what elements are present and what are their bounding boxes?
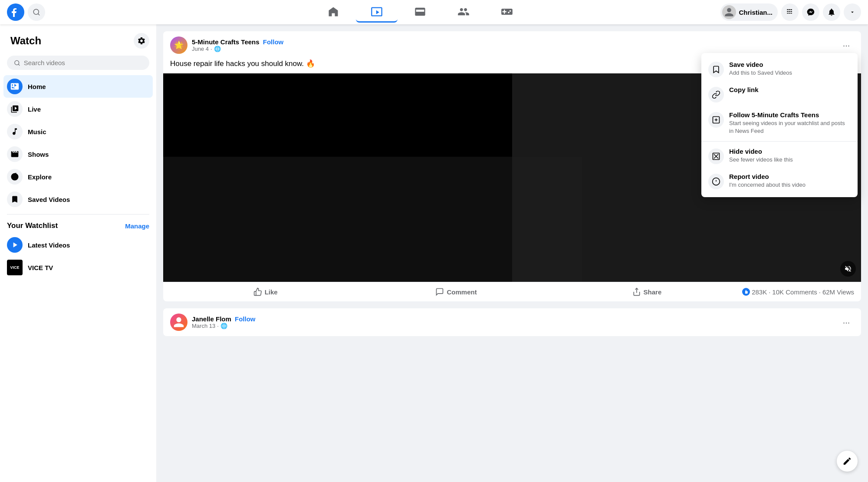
post2-options-button[interactable]: ··· bbox=[838, 314, 854, 330]
report-video-icon bbox=[708, 174, 724, 189]
dropdown-divider bbox=[701, 141, 858, 142]
sidebar-item-explore-label: Explore bbox=[28, 173, 52, 181]
like-badge bbox=[742, 288, 750, 296]
sidebar-item-shows[interactable]: Shows bbox=[3, 143, 153, 165]
sidebar-item-music-label: Music bbox=[28, 128, 46, 135]
nav-gaming-button[interactable] bbox=[486, 2, 528, 23]
save-video-icon bbox=[708, 62, 724, 77]
user-profile-button[interactable]: Christian... bbox=[720, 3, 778, 21]
post2-avatar bbox=[170, 314, 187, 331]
dropdown-hide-text: Hide video See fewer videos like this bbox=[729, 148, 793, 164]
top-navigation: Christian... bbox=[0, 0, 868, 24]
like-button[interactable]: Like bbox=[170, 284, 361, 300]
post1-follow-link[interactable]: Follow bbox=[263, 38, 284, 46]
live-icon bbox=[7, 101, 23, 117]
sidebar-item-live[interactable]: Live bbox=[3, 98, 153, 120]
hide-video-icon bbox=[708, 149, 724, 164]
vice-tv-icon: VICE bbox=[7, 260, 23, 275]
post1-actions: Like Comment Share 283K · 10K Comments bbox=[163, 282, 861, 301]
mute-button[interactable] bbox=[840, 261, 856, 277]
nav-marketplace-button[interactable] bbox=[399, 2, 441, 23]
post2-meta: Janelle Flom Follow March 13 · 🌐 bbox=[192, 315, 834, 329]
sidebar-header: Watch bbox=[3, 31, 153, 54]
post1-author: 5-Minute Crafts Teens Follow bbox=[192, 38, 834, 46]
post2-header: Janelle Flom Follow March 13 · 🌐 ··· bbox=[163, 308, 861, 336]
notifications-button[interactable] bbox=[823, 3, 840, 21]
sidebar: Watch Home Live Music bbox=[0, 24, 156, 482]
dropdown-save-video[interactable]: Save video Add this to Saved Videos bbox=[701, 56, 858, 82]
sidebar-title: Watch bbox=[7, 31, 45, 50]
music-icon bbox=[7, 124, 23, 139]
dropdown-copy-link-text: Copy link bbox=[729, 86, 759, 93]
feed-post-2: Janelle Flom Follow March 13 · 🌐 ··· bbox=[163, 308, 861, 336]
account-dropdown-button[interactable] bbox=[844, 3, 861, 21]
follow-page-icon bbox=[708, 112, 724, 128]
sidebar-item-live-label: Live bbox=[28, 106, 41, 113]
post2-follow-link[interactable]: Follow bbox=[235, 315, 256, 323]
latest-videos-icon bbox=[7, 237, 23, 253]
post1-header: 🌟 5-Minute Crafts Teens Follow June 4 · … bbox=[163, 31, 861, 59]
dropdown-save-video-text: Save video Add this to Saved Videos bbox=[729, 61, 792, 77]
feed-post-1: 🌟 5-Minute Crafts Teens Follow June 4 · … bbox=[163, 31, 861, 301]
share-button[interactable]: Share bbox=[552, 284, 742, 300]
messenger-button[interactable] bbox=[802, 3, 819, 21]
post1-comments: 10K Comments bbox=[772, 288, 817, 296]
watchlist-item-vice[interactable]: VICE VICE TV bbox=[3, 256, 153, 279]
dropdown-hide-video[interactable]: Hide video See fewer videos like this bbox=[701, 143, 858, 168]
global-search-button[interactable] bbox=[28, 3, 45, 21]
dropdown-follow-text: Follow 5-Minute Crafts Teens Start seein… bbox=[729, 111, 851, 135]
manage-watchlist-link[interactable]: Manage bbox=[125, 222, 149, 230]
explore-icon bbox=[7, 169, 23, 185]
watchlist-item-vice-label: VICE TV bbox=[28, 264, 53, 271]
main-content: 🌟 5-Minute Crafts Teens Follow June 4 · … bbox=[156, 24, 868, 482]
grid-menu-button[interactable] bbox=[781, 3, 799, 21]
sidebar-item-explore[interactable]: Explore bbox=[3, 165, 153, 188]
dropdown-report-video[interactable]: Report video I'm concerned about this vi… bbox=[701, 168, 858, 194]
dropdown-copy-link[interactable]: Copy link bbox=[701, 82, 858, 107]
post1-options-button[interactable]: ··· bbox=[838, 37, 854, 53]
video-search-input[interactable] bbox=[24, 59, 142, 66]
video-overlay bbox=[840, 261, 856, 277]
post-options-dropdown: Save video Add this to Saved Videos Copy… bbox=[701, 53, 858, 197]
shows-icon bbox=[7, 146, 23, 162]
facebook-logo[interactable] bbox=[7, 3, 24, 21]
nav-groups-button[interactable] bbox=[443, 2, 484, 23]
home-icon bbox=[7, 79, 23, 94]
nav-home-button[interactable] bbox=[312, 2, 354, 23]
dropdown-follow-page[interactable]: Follow 5-Minute Crafts Teens Start seein… bbox=[701, 107, 858, 139]
copy-link-icon bbox=[708, 87, 724, 102]
video-search-bar[interactable] bbox=[7, 56, 149, 70]
post2-author: Janelle Flom Follow bbox=[192, 315, 834, 323]
saved-icon bbox=[7, 191, 23, 207]
user-name-label: Christian... bbox=[739, 9, 773, 16]
post1-date: June 4 · 🌐 bbox=[192, 46, 834, 52]
sidebar-item-music[interactable]: Music bbox=[3, 120, 153, 143]
watchlist-item-latest-label: Latest Videos bbox=[28, 241, 70, 249]
main-layout: Watch Home Live Music bbox=[0, 24, 868, 482]
post1-stats: 283K · 10K Comments · 62M Views bbox=[742, 288, 854, 296]
topnav-right: Christian... bbox=[720, 3, 861, 21]
watchlist-title: Your Watchlist bbox=[7, 221, 58, 230]
settings-button[interactable] bbox=[134, 33, 149, 49]
sidebar-item-home[interactable]: Home bbox=[3, 75, 153, 98]
post2-date: March 13 · 🌐 bbox=[192, 323, 834, 329]
compose-button[interactable] bbox=[837, 451, 858, 472]
watchlist-header: Your Watchlist Manage bbox=[3, 218, 153, 234]
post1-likes: 283K bbox=[752, 288, 767, 296]
topnav-center-nav bbox=[120, 2, 720, 23]
sidebar-item-saved-label: Saved Videos bbox=[28, 196, 70, 203]
sidebar-item-shows-label: Shows bbox=[28, 151, 49, 158]
dropdown-report-text: Report video I'm concerned about this vi… bbox=[729, 173, 806, 189]
topnav-left bbox=[7, 3, 120, 21]
nav-watch-button[interactable] bbox=[356, 2, 398, 23]
sidebar-item-home-label: Home bbox=[28, 83, 46, 90]
sidebar-item-saved[interactable]: Saved Videos bbox=[3, 188, 153, 211]
user-avatar bbox=[722, 5, 736, 19]
sidebar-divider bbox=[7, 214, 149, 215]
watchlist-item-latest[interactable]: Latest Videos bbox=[3, 234, 153, 256]
post1-views: 62M Views bbox=[822, 288, 854, 296]
post1-meta: 5-Minute Crafts Teens Follow June 4 · 🌐 bbox=[192, 38, 834, 52]
comment-button[interactable]: Comment bbox=[361, 284, 551, 300]
post1-avatar: 🌟 bbox=[170, 36, 187, 54]
